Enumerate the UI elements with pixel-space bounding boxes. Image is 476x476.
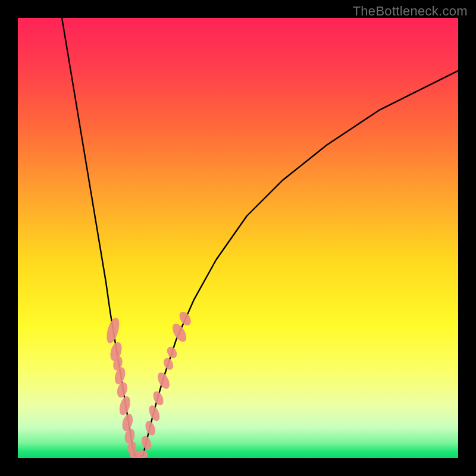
chart-svg: [18, 18, 458, 458]
chart-frame: TheBottleneck.com: [0, 0, 476, 476]
plot-area: [18, 18, 458, 458]
background-gradient: [18, 18, 458, 458]
watermark-text: TheBottleneck.com: [353, 4, 468, 19]
